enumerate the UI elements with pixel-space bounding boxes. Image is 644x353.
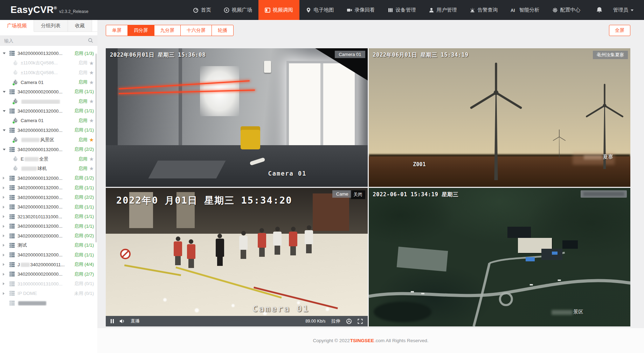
video-cell-3[interactable]: 2022年0 月01日 星期三 15:34:20 Came 关闭 Camera …: [106, 188, 368, 326]
expand-arrow-icon[interactable]: [3, 206, 9, 209]
tree-device-row[interactable]: 3402000000132000...启用 (1/1): [0, 202, 97, 212]
pause-button[interactable]: [111, 319, 114, 323]
expand-arrow-icon[interactable]: [3, 273, 9, 276]
favorite-star-icon[interactable]: ★: [89, 166, 94, 171]
tree-device-row[interactable]: 3100000000131000...启用 (0/1): [0, 279, 97, 289]
favorite-star-icon[interactable]: ★: [89, 137, 94, 142]
sidebar-tab-2[interactable]: 收藏: [68, 20, 92, 32]
snapshot-icon[interactable]: [346, 318, 352, 324]
copyright-footer: Copyright © 2022 TSINGSEE .com All Right…: [97, 328, 644, 353]
search-input[interactable]: [0, 35, 97, 46]
collapse-arrow-icon[interactable]: [3, 110, 9, 112]
layout-button-1[interactable]: 四分屏: [127, 25, 154, 36]
nvr-device-icon: [9, 204, 15, 210]
user-menu[interactable]: 管理员: [613, 7, 644, 13]
osd-timestamp: 2022年06月01日 星期三 15:34:19: [373, 51, 469, 59]
tree-device-row[interactable]: 3402000000132000...启用 (1/2): [0, 174, 97, 183]
tree-device-row[interactable]: 3402000000132000...启用 (1/3): [0, 49, 97, 58]
tree-device-row[interactable]: 3402000000132000...启用 (2/2): [0, 193, 97, 202]
tree-camera-row[interactable]: ±1100k吉Q#586...启用★: [0, 68, 97, 77]
enable-status: 启用★: [78, 60, 94, 66]
favorite-star-icon[interactable]: ★: [89, 80, 94, 85]
sidebar-tab-0[interactable]: 广场视频: [0, 20, 34, 32]
nav-item-label: 设备管理: [396, 7, 416, 13]
notification-bell-icon[interactable]: [587, 7, 613, 13]
layout-button-0[interactable]: 单屏: [106, 25, 128, 36]
tree-device-row[interactable]: 3402000000132000...启用 (1/1): [0, 106, 97, 116]
nav-item-playback[interactable]: 录像回看: [340, 0, 381, 20]
tree-camera-row[interactable]: Camera 01启用★: [0, 116, 97, 125]
expand-arrow-icon[interactable]: [3, 196, 9, 199]
nav-item-gear[interactable]: 配置中心: [546, 0, 587, 20]
nvr-device-icon: [9, 271, 15, 277]
nav-item-device[interactable]: 设备管理: [381, 0, 422, 20]
tree-device-row[interactable]: IP DOME未用 (0/1): [0, 289, 97, 298]
layout-button-4[interactable]: 轮播: [212, 25, 234, 36]
search-icon[interactable]: [88, 38, 93, 44]
tree-node-name: 3402000000200000...: [18, 233, 74, 239]
expand-arrow-icon[interactable]: [3, 254, 9, 256]
sidebar-scrollbar[interactable]: [95, 54, 97, 242]
nav-item-user[interactable]: 用户管理: [422, 0, 463, 20]
video-cell-2[interactable]: 2022年06月01日 星期三 15:34:19 亳州汝集夏寨 Z001 夏寨: [369, 48, 631, 187]
nav-item-alarm[interactable]: 告警查询: [463, 0, 504, 20]
tree-camera-row[interactable]: 球机启用★: [0, 164, 97, 173]
expand-arrow-icon[interactable]: [3, 244, 9, 247]
osd-timestamp: 2022-06-01 15:34:19 星期三: [373, 191, 459, 198]
volume-icon[interactable]: [119, 319, 125, 324]
camera-icon: [13, 137, 18, 142]
tree-device-row[interactable]: 3402000000132000...启用 (1/1): [0, 250, 97, 260]
tree-camera-row[interactable]: 风景区启用★: [0, 135, 97, 144]
tree-device-row[interactable]: J340200000011...启用 (4/4): [0, 260, 97, 269]
expand-arrow-icon[interactable]: [3, 215, 9, 218]
collapse-arrow-icon[interactable]: [3, 91, 9, 93]
tree-device-row[interactable]: 3402000000200000...启用 (1/1): [0, 87, 97, 97]
tree-device-row[interactable]: 测试启用 (1/1): [0, 241, 97, 250]
nav-item-monitor[interactable]: 视频调阅: [258, 0, 299, 20]
expand-arrow-icon[interactable]: [3, 234, 9, 237]
tree-camera-row[interactable]: Camera 01启用★: [0, 77, 97, 87]
tree-camera-row[interactable]: E全景启用★: [0, 154, 97, 164]
expand-arrow-icon[interactable]: [3, 263, 9, 266]
fullscreen-button[interactable]: 全屏: [609, 25, 630, 36]
collapse-arrow-icon[interactable]: [3, 149, 9, 150]
tree-camera-row[interactable]: 启用★: [0, 97, 97, 106]
sidebar-tab-1[interactable]: 分组列表: [34, 20, 68, 32]
favorite-star-icon[interactable]: ★: [89, 99, 94, 104]
tree-device-row[interactable]: 3402000000200000...启用 (0/2): [0, 231, 97, 240]
tree-device-row[interactable]: 3402000000132000...启用 (1/1): [0, 221, 97, 231]
nav-item-play[interactable]: 视频广场: [217, 0, 258, 20]
tree-device-row[interactable]: 3213020101131000...启用 (1/1): [0, 212, 97, 221]
tree-device-row[interactable]: 3402000000200000...启用 (2/7): [0, 269, 97, 279]
close-stream-button[interactable]: 关闭: [351, 190, 365, 199]
nav-item-home[interactable]: 首页: [187, 0, 217, 20]
stretch-button[interactable]: 拉伸: [331, 318, 340, 324]
favorite-star-icon[interactable]: ★: [89, 118, 94, 123]
footer-brand: TSINGSEE: [350, 338, 374, 343]
nav-item-pin[interactable]: 电子地图: [299, 0, 340, 20]
favorite-star-icon[interactable]: ★: [89, 61, 94, 66]
tree-camera-row[interactable]: ±1100k吉Q#586...启用★: [0, 58, 97, 68]
tree-device-row[interactable]: [0, 298, 97, 308]
layout-button-3[interactable]: 十六分屏: [180, 25, 212, 36]
favorite-star-icon[interactable]: ★: [89, 156, 94, 162]
expand-arrow-icon[interactable]: [3, 177, 9, 179]
video-cell-1[interactable]: 2022年06月01日 星期三 15:36:08 Camera 01 Camer…: [106, 48, 368, 187]
tree-device-row[interactable]: 3402000000132000...启用 (1/1): [0, 183, 97, 192]
collapse-arrow-icon[interactable]: [3, 52, 9, 54]
collapse-arrow-icon[interactable]: [3, 129, 9, 131]
tree-device-row[interactable]: 3402000000132000...启用 (1/1): [0, 126, 97, 135]
nvr-device-icon: [9, 89, 15, 94]
expand-arrow-icon[interactable]: [3, 225, 9, 228]
nav-item-ai[interactable]: AI智能分析: [504, 0, 546, 20]
expand-arrow-icon[interactable]: [3, 282, 9, 285]
camera-icon: [13, 156, 18, 162]
favorite-star-icon[interactable]: ★: [89, 70, 94, 75]
enable-status: 启用 (4/4): [74, 261, 94, 268]
tree-device-row[interactable]: 3402000000132000...启用 (2/2): [0, 144, 97, 154]
expand-arrow-icon[interactable]: [3, 292, 9, 295]
video-cell-4[interactable]: 2022-06-01 15:34:19 星期三 景区: [369, 188, 631, 326]
cell-fullscreen-icon[interactable]: [358, 319, 363, 324]
expand-arrow-icon[interactable]: [3, 186, 9, 189]
layout-button-2[interactable]: 九分屏: [154, 25, 181, 36]
